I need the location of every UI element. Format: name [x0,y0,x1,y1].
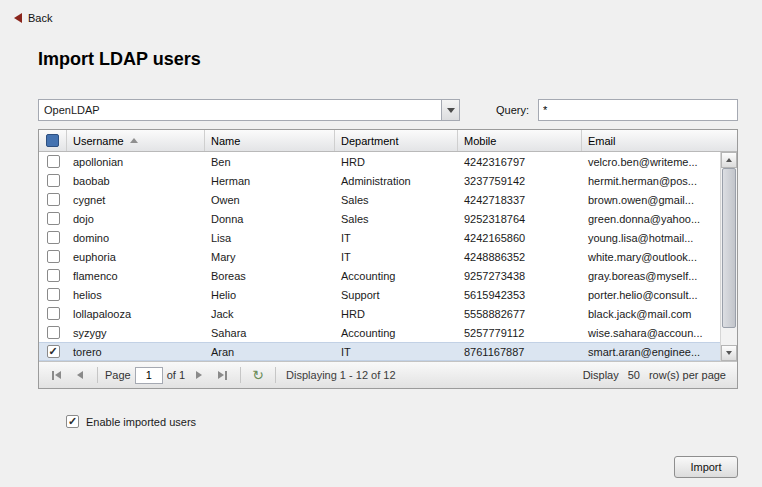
mobile-cell: 3237759142 [458,175,582,187]
table-row-lollapalooza[interactable]: lollapaloozaJackHRD5558882677black.jack@… [39,304,720,323]
row-checkbox[interactable] [47,307,60,320]
row-checkbox[interactable] [47,231,60,244]
page-title: Import LDAP users [38,49,762,70]
last-page-button[interactable] [213,365,233,385]
table-row-syzygy[interactable]: syzygySaharaAccounting5257779112wise.sah… [39,323,720,342]
vertical-scrollbar[interactable] [720,152,737,361]
row-checkbox-cell [39,174,67,187]
enable-imported-users-label: Enable imported users [86,416,196,428]
table-row-cygnet[interactable]: cygnetOwenSales4242718337brown.owen@gmai… [39,190,720,209]
column-header-department[interactable]: Department [335,130,458,151]
scroll-up-button[interactable] [721,152,737,168]
row-checkbox-cell [39,288,67,301]
row-checkbox-cell [39,231,67,244]
department-cell: HRD [335,308,458,320]
column-header-email[interactable]: Email [582,130,737,151]
email-cell: gray.boreas@myself... [582,270,720,282]
department-cell: IT [335,232,458,244]
mobile-cell: 4242165860 [458,232,582,244]
previous-page-button[interactable] [70,365,90,385]
scrollbar-track[interactable] [721,168,737,345]
import-ldap-panel: OpenLDAP Query: Username Name Department… [38,99,738,478]
column-header-username-label: Username [73,135,124,147]
table-row-torero[interactable]: toreroAranIT8761167887smart.aran@enginee… [39,342,720,361]
table-row-domino[interactable]: dominoLisaIT4242165860young.lisa@hotmail… [39,228,720,247]
username-cell: lollapalooza [67,308,205,320]
table-row-baobab[interactable]: baobabHermanAdministration3237759142herm… [39,171,720,190]
row-checkbox[interactable] [47,269,60,282]
column-header-mobile-label: Mobile [464,135,496,147]
query-label: Query: [496,104,529,116]
first-page-icon [55,371,61,379]
department-cell: HRD [335,156,458,168]
chevron-down-icon[interactable] [441,100,459,120]
department-cell: Sales [335,213,458,225]
row-checkbox[interactable] [47,193,60,206]
email-cell: velcro.ben@writeme... [582,156,720,168]
paging-toolbar: Page of 1 ↻ Displaying 1 - 12 of 12 Disp… [39,361,737,388]
mobile-cell: 9252318764 [458,213,582,225]
column-header-name[interactable]: Name [205,130,335,151]
email-cell: porter.helio@consult... [582,289,720,301]
username-cell: baobab [67,175,205,187]
directory-source-value: OpenLDAP [39,100,441,120]
table-row-apollonian[interactable]: apollonianBenHRD4242316797velcro.ben@wri… [39,152,720,171]
page-label: Page [105,369,131,381]
table-row-euphoria[interactable]: euphoriaMaryIT4248886352white.mary@outlo… [39,247,720,266]
name-cell: Herman [205,175,335,187]
enable-imported-users-checkbox[interactable] [66,415,79,428]
row-checkbox[interactable] [47,288,60,301]
scrollbar-thumb[interactable] [722,168,736,328]
back-button[interactable]: Back [0,0,70,24]
directory-source-select[interactable]: OpenLDAP [38,99,460,121]
paging-status: Displaying 1 - 12 of 12 [286,369,395,381]
back-label: Back [28,12,52,24]
column-header-mobile[interactable]: Mobile [458,130,582,151]
first-page-button[interactable] [46,365,66,385]
previous-page-icon [77,371,83,379]
username-cell: apollonian [67,156,205,168]
scroll-down-button[interactable] [721,345,737,361]
last-page-icon [218,371,224,379]
name-cell: Donna [205,213,335,225]
row-checkbox[interactable] [47,250,60,263]
username-cell: cygnet [67,194,205,206]
query-input[interactable] [538,99,738,121]
name-cell: Lisa [205,232,335,244]
enable-imported-users[interactable]: Enable imported users [66,415,738,428]
grid-header: Username Name Department Mobile Email [39,130,737,152]
mobile-cell: 8761167887 [458,346,582,358]
email-cell: smart.aran@enginee... [582,346,720,358]
username-cell: helios [67,289,205,301]
refresh-button[interactable]: ↻ [248,365,268,385]
page-size-value[interactable]: 50 [628,369,640,381]
import-button[interactable]: Import [674,456,738,478]
row-checkbox-cell [39,250,67,263]
username-cell: torero [67,346,205,358]
row-checkbox-cell [39,345,67,358]
row-checkbox[interactable] [47,326,60,339]
email-cell: young.lisa@hotmail... [582,232,720,244]
email-cell: brown.owen@gmail... [582,194,720,206]
email-cell: green.donna@yahoo... [582,213,720,225]
email-cell: hermit.herman@pos... [582,175,720,187]
username-cell: dojo [67,213,205,225]
back-arrow-icon [14,13,22,23]
column-header-department-label: Department [341,135,398,147]
select-all-checkbox[interactable] [46,134,59,147]
table-row-dojo[interactable]: dojoDonnaSales9252318764green.donna@yaho… [39,209,720,228]
select-all-cell[interactable] [39,130,67,151]
row-checkbox[interactable] [47,345,60,358]
row-checkbox[interactable] [47,174,60,187]
toolbar-separator [275,367,276,383]
page-number-input[interactable] [135,367,163,384]
next-page-button[interactable] [189,365,209,385]
name-cell: Boreas [205,270,335,282]
per-page-label: row(s) per page [649,369,726,381]
column-header-username[interactable]: Username [67,130,205,151]
table-row-helios[interactable]: heliosHelioSupport5615942353porter.helio… [39,285,720,304]
column-header-email-label: Email [588,135,616,147]
row-checkbox[interactable] [47,212,60,225]
table-row-flamenco[interactable]: flamencoBoreasAccounting9257273438gray.b… [39,266,720,285]
row-checkbox[interactable] [47,155,60,168]
